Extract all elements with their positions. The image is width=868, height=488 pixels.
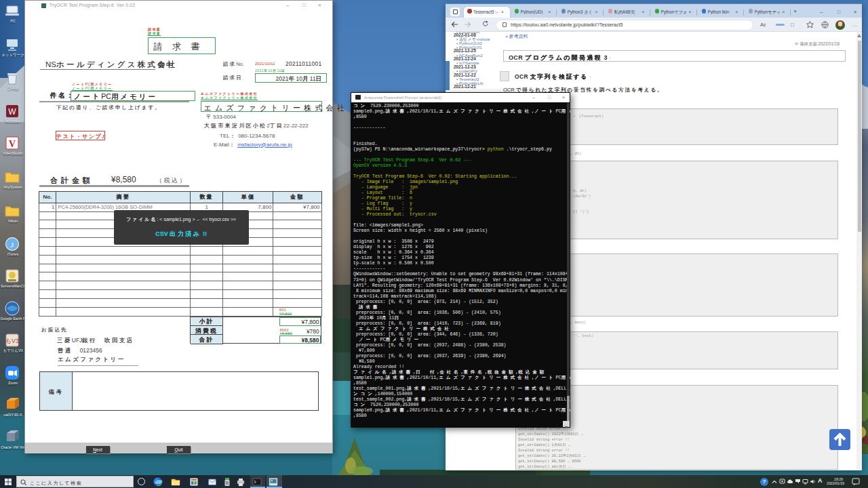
svg-text:♪: ♪ [10, 239, 15, 249]
svg-text:もV3: もV3 [5, 338, 19, 344]
svg-text:W: W [8, 107, 16, 117]
svg-text:V: V [9, 139, 16, 149]
